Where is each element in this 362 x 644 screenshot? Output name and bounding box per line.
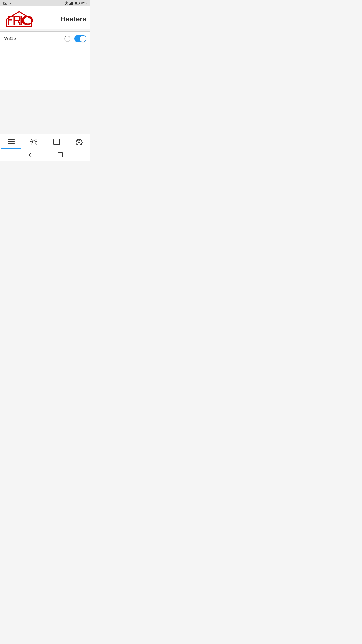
svg-rect-8 — [79, 3, 80, 4]
svg-rect-6 — [72, 2, 73, 5]
toggle-switch[interactable] — [74, 35, 86, 42]
svg-line-20 — [36, 139, 37, 140]
home-button[interactable] — [57, 151, 64, 159]
back-button[interactable] — [26, 151, 34, 159]
svg-line-21 — [31, 143, 32, 144]
nav-item-brightness[interactable] — [24, 134, 44, 149]
svg-point-2 — [10, 3, 11, 4]
settings-icon — [76, 138, 83, 145]
status-bar-left — [3, 1, 13, 5]
nav-item-schedule[interactable] — [47, 134, 67, 149]
menu-icon — [8, 138, 15, 145]
signal-icon — [69, 2, 73, 5]
status-bar: 8:19 — [0, 0, 90, 6]
svg-point-26 — [78, 141, 80, 143]
bluetooth-icon — [65, 1, 68, 5]
svg-rect-4 — [70, 3, 71, 5]
svg-rect-5 — [71, 2, 72, 5]
status-time: 8:19 — [81, 1, 87, 5]
item-label: W315 — [4, 36, 16, 41]
wifi-icon — [9, 1, 13, 5]
svg-rect-3 — [69, 4, 70, 5]
header: Heaters — [0, 6, 90, 29]
brightness-icon — [30, 138, 37, 145]
loading-spinner — [64, 36, 70, 42]
page-title: Heaters — [61, 15, 86, 23]
svg-line-18 — [31, 139, 32, 140]
svg-rect-22 — [54, 139, 60, 145]
list-item-left: W315 — [4, 36, 16, 41]
svg-rect-11 — [8, 141, 15, 142]
toggle-knob — [80, 36, 86, 42]
status-bar-right: 8:19 — [65, 1, 87, 5]
logo-container — [4, 9, 34, 29]
svg-line-19 — [36, 143, 37, 144]
nav-item-menu[interactable] — [1, 134, 21, 149]
gallery-icon — [3, 2, 7, 5]
list-item[interactable]: W315 — [0, 32, 90, 46]
list-container: W315 — [0, 32, 90, 90]
home-indicator-area — [0, 149, 90, 161]
svg-rect-12 — [8, 143, 15, 144]
schedule-icon — [53, 138, 60, 145]
content-area — [0, 90, 90, 134]
battery-icon — [75, 2, 80, 5]
svg-rect-10 — [8, 139, 15, 140]
svg-rect-9 — [75, 2, 77, 4]
frico-logo — [5, 10, 33, 28]
bottom-nav — [0, 134, 90, 149]
svg-point-13 — [32, 140, 35, 143]
nav-item-settings[interactable] — [69, 134, 89, 149]
